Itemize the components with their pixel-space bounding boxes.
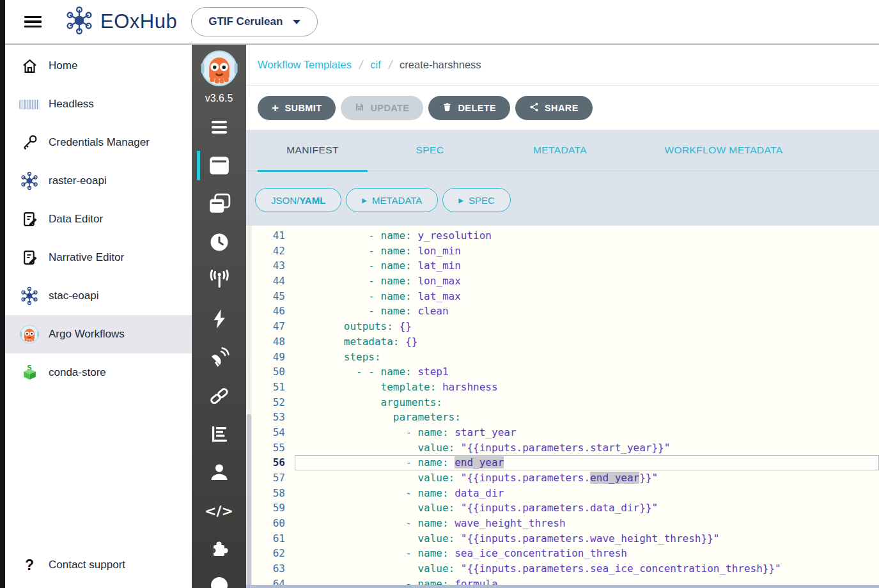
argo-version: v3.6.5 [205, 93, 233, 104]
code-line-49[interactable]: 49 steps: [252, 350, 879, 365]
code-line-44[interactable]: 44 - name: lon_max [252, 274, 879, 289]
breadcrumb: Workflow Templates / cif / create-harshn… [246, 45, 879, 86]
sidebar-item-stac-eoapi[interactable]: stac-eoapi [5, 277, 192, 315]
trash-icon [442, 102, 452, 114]
eoxhub-molecule-icon [65, 6, 94, 38]
line-number: 63 [252, 561, 285, 576]
code-line-54[interactable]: 54 - name: start_year [252, 425, 879, 440]
submit-button[interactable]: + SUBMIT [258, 96, 336, 120]
active-tab-underline [258, 170, 368, 172]
sidebar-item-label: Argo Workflows [49, 328, 125, 341]
code-line-63[interactable]: 63 value: "{{inputs.parameters.sea_ice_c… [252, 561, 879, 576]
code-line-62[interactable]: 62 - name: sea_ice_concentration_thresh [252, 546, 879, 561]
home-icon [19, 58, 40, 75]
code-line-59[interactable]: 59 value: "{{inputs.parameters.data_dir}… [252, 500, 879, 516]
line-number: 48 [252, 334, 285, 350]
question-mark-icon: ? [19, 557, 40, 574]
metadata-toggle[interactable]: ▶ METADATA [346, 188, 438, 212]
code-line-47[interactable]: 47 outputs: {} [252, 319, 879, 334]
sidebar-item-data-editor[interactable]: Data Editor [5, 200, 192, 238]
editor-scrollbar-thumb[interactable] [247, 414, 251, 588]
reports-icon[interactable] [192, 415, 246, 453]
workflow-templates-icon[interactable] [192, 146, 246, 185]
eoapi-molecule-icon [19, 171, 40, 190]
code-line-51[interactable]: 51 template: harshness [252, 380, 879, 395]
document-edit-icon [19, 249, 40, 267]
tab-workflow-metadata[interactable]: WORKFLOW METADATA [628, 144, 820, 156]
save-icon [355, 102, 364, 114]
sensors-icon[interactable] [192, 376, 246, 415]
json-yaml-toggle[interactable]: JSON/YAML [255, 188, 341, 212]
yaml-code-editor[interactable]: 41 - name: y_resolution42 - name: lon_mi… [246, 226, 879, 588]
line-number: 54 [252, 425, 285, 440]
line-number: 45 [252, 289, 285, 304]
delete-button[interactable]: DELETE [428, 96, 510, 120]
sidebar-item-conda-store[interactable]: S conda-store [5, 353, 192, 392]
code-line-57[interactable]: 57 value: "{{inputs.parameters.end_year}… [252, 470, 879, 486]
chevron-down-icon [293, 20, 300, 24]
help-icon[interactable] [209, 575, 229, 588]
brand-title: EOxHub [100, 10, 177, 33]
sidebar-item-headless[interactable]: Headless [5, 85, 192, 123]
window-bottom-edge [246, 585, 879, 588]
contact-support-link[interactable]: ? Contact support [5, 546, 192, 584]
sidebar: Home Headless Credentials Manager [5, 45, 192, 588]
sidebar-item-narrative-editor[interactable]: Narrative Editor [5, 238, 192, 277]
code-line-42[interactable]: 42 - name: lon_min [252, 244, 879, 259]
code-line-53[interactable]: 53 parameters: [252, 410, 879, 425]
workflows-icon[interactable] [192, 108, 246, 146]
spec-toggle[interactable]: ▶ SPEC [442, 188, 511, 212]
api-docs-icon[interactable]: </> [192, 491, 246, 530]
line-number: 61 [252, 531, 285, 546]
sidebar-item-credentials-manager[interactable]: Credentials Manager [5, 123, 192, 162]
code-line-60[interactable]: 60 - name: wave_height_thresh [252, 516, 879, 531]
code-line-56[interactable]: 56 - name: end_year [252, 455, 879, 470]
code-line-50[interactable]: 50 - - name: step1 [252, 364, 879, 380]
code-line-61[interactable]: 61 value: "{{inputs.parameters.wave_heig… [252, 531, 879, 546]
code-line-58[interactable]: 58 - name: data_dir [252, 486, 879, 501]
code-line-41[interactable]: 41 - name: y_resolution [252, 228, 879, 244]
plugins-icon[interactable] [192, 530, 246, 568]
code-line-43[interactable]: 43 - name: lat_min [252, 258, 879, 274]
window-left-edge [0, 0, 5, 588]
line-number: 51 [252, 380, 285, 395]
code-line-55[interactable]: 55 value: "{{inputs.parameters.start_yea… [252, 440, 879, 456]
main-content: Workflow Templates / cif / create-harshn… [246, 45, 879, 588]
sidebar-item-label: stac-eoapi [49, 290, 98, 302]
code-line-46[interactable]: 46 - name: clean [252, 304, 879, 319]
code-line-48[interactable]: 48 metadata: {} [252, 334, 879, 350]
editor-scrollbar-track[interactable] [246, 226, 252, 588]
breadcrumb-cif[interactable]: cif [370, 59, 381, 71]
workflow-event-bindings-icon[interactable] [192, 300, 246, 338]
conda-store-icon: S [19, 364, 40, 382]
sidebar-item-home[interactable]: Home [5, 47, 192, 85]
line-number: 55 [252, 440, 285, 456]
sidebar-item-label: Narrative Editor [49, 251, 124, 264]
share-button[interactable]: SHARE [515, 96, 593, 120]
tab-metadata[interactable]: METADATA [492, 144, 628, 156]
active-section-indicator [197, 151, 200, 180]
event-sources-icon[interactable] [192, 338, 246, 376]
code-lines: 41 - name: y_resolution42 - name: lon_mi… [252, 228, 879, 588]
tab-manifest[interactable]: MANIFEST [258, 144, 368, 156]
code-line-52[interactable]: 52 arguments: [252, 395, 879, 410]
cron-workflows-icon[interactable] [192, 223, 246, 261]
tab-spec[interactable]: SPEC [368, 144, 492, 156]
user-icon[interactable] [192, 453, 246, 491]
workspace-selector[interactable]: GTIF Cerulean [191, 7, 318, 36]
sidebar-item-label: Credentials Manager [49, 136, 150, 149]
line-number: 58 [252, 486, 285, 501]
line-number: 43 [252, 258, 285, 274]
code-line-45[interactable]: 45 - name: lat_max [252, 289, 879, 304]
cluster-workflow-templates-icon[interactable] [192, 185, 246, 223]
triangle-right-icon: ▶ [362, 197, 367, 204]
update-button[interactable]: UPDATE [341, 96, 423, 120]
sidebar-item-raster-eoapi[interactable]: raster-eoapi [5, 162, 192, 200]
menu-icon[interactable] [24, 13, 42, 31]
breadcrumb-workflow-templates[interactable]: Workflow Templates [258, 59, 352, 71]
event-flow-icon[interactable] [192, 261, 246, 300]
triangle-right-icon: ▶ [458, 197, 463, 204]
sidebar-item-argo-workflows[interactable]: Argo Workflows [5, 315, 192, 353]
plus-icon: + [272, 102, 279, 114]
breadcrumb-current: create-harshness [400, 59, 481, 71]
